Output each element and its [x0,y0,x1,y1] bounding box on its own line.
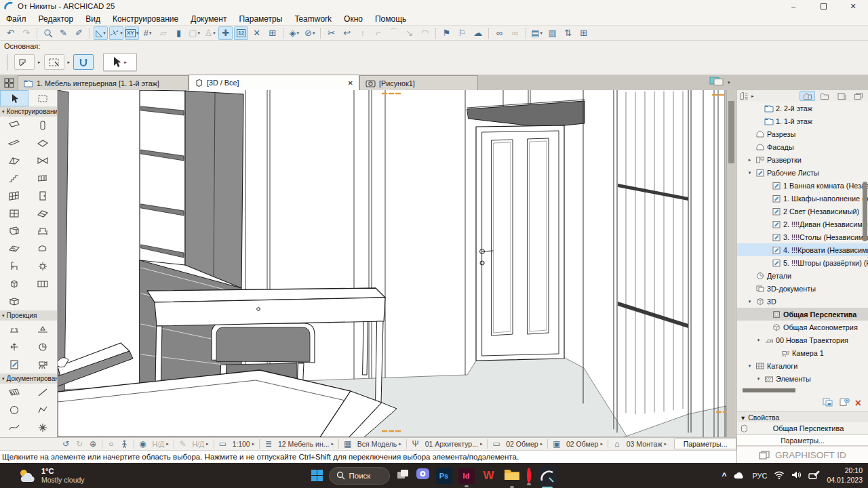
skylight-tool[interactable] [28,205,57,222]
dome-button[interactable]: ◠ [418,26,432,40]
language-indicator[interactable]: РУС [752,472,767,480]
fit-marquee-button[interactable]: ✕ [250,26,264,40]
toolbox-section-design[interactable]: ▾Конструирование [0,106,57,117]
railing-tool[interactable] [28,169,57,187]
fillet-button[interactable]: ⌒ [387,26,401,40]
menu-help[interactable]: Помощь [369,12,412,25]
curtain-wall-tool[interactable] [0,187,28,205]
tree-item-details[interactable]: Детали [737,269,868,282]
close-icon[interactable]: ✕ [838,0,868,12]
taskbar-clock[interactable]: 20:10 04.01.2023 [827,466,863,484]
canvas-vertical-scrollbar[interactable] [726,90,736,437]
menu-design[interactable]: Конструирование [106,12,184,25]
tree-item-worksheet[interactable]: 1 Ванная комната (Независимый [737,179,868,192]
window-tool[interactable] [0,205,28,222]
publisher-button[interactable] [850,91,866,101]
taskbar-opera[interactable] [527,468,531,483]
menu-document[interactable]: Документ [184,12,233,25]
line-tool[interactable] [28,384,57,401]
tree-item-sections[interactable]: Разрезы [737,127,868,140]
find-select-button[interactable] [41,26,55,40]
hotspot-tool[interactable] [28,419,57,436]
tray-chevron-icon[interactable]: ^ [722,471,726,481]
door-tool[interactable] [28,187,57,205]
camera-tool[interactable] [28,356,57,373]
menu-teamwork[interactable]: Teamwork [288,12,338,25]
delete-viewpoint-button[interactable]: × [855,399,861,407]
tree-item-camera-path[interactable]: ▾00 Новая Траектория [737,333,868,346]
copy-settings-button[interactable]: ▥ [545,26,559,40]
element-snap-button[interactable]: ▮ [172,26,186,40]
new-viewpoint-button[interactable] [839,397,850,409]
opening-tool[interactable] [0,222,28,240]
tree-horizontal-scrollbar[interactable] [741,388,864,393]
3d-viewport[interactable] [58,90,736,437]
marquee-tool[interactable] [28,90,57,106]
coordinates-button[interactable]: XY▾ [125,26,139,40]
view-settings-button-panel[interactable]: Параметры... [737,434,868,446]
tree-item-schedules[interactable]: ▾Каталоги [737,359,868,372]
elevate-button[interactable]: ↑ [355,26,370,40]
marquee-options-button[interactable]: ▢▾ [187,26,201,40]
editing-plane-button[interactable]: ◈▾ [287,26,301,40]
model-filter-field[interactable]: Вся Модель▸ [355,440,403,448]
toolbox-section-views[interactable]: ▾Проекция [0,310,57,321]
taskbar-photoshop[interactable]: Ps [436,468,452,484]
arrow-tool-button[interactable]: ▸ [103,53,137,71]
reset-rotation-button[interactable]: ↻ [73,439,85,450]
tree-scrollbar[interactable] [863,182,867,241]
layouts-caret-icon[interactable]: ▾ [728,80,730,85]
toolbar-grip[interactable] [7,54,7,70]
fit-in-window-button[interactable]: ◉ [137,439,149,450]
adjust-button[interactable]: ↩ [340,26,354,40]
tab-floor-plan[interactable]: 1. Мебель интерьерная [1. 1-й этаж] [18,75,189,90]
tree-item-elevations[interactable]: Фасады [737,140,868,153]
start-button[interactable] [311,470,323,481]
quad-view-icon[interactable] [0,75,18,90]
chat-button[interactable] [416,467,430,484]
dimension-style-field[interactable]: 02 Обмер▸ [504,440,545,448]
magnet-button[interactable] [73,54,94,70]
tree-item-elements[interactable]: ▾Элементы [737,372,868,385]
tree-item-worksheets[interactable]: ▾Рабочие Листы [737,166,868,179]
pen-preset-field[interactable]: Н/Д▸ [190,440,210,448]
tree-item-camera[interactable]: Камера 1 [737,346,868,359]
favorites-button[interactable]: ▤▾ [530,26,544,40]
fill-tool[interactable] [0,384,28,401]
weight-button[interactable]: ♙▾ [203,26,217,40]
mesh-tool[interactable] [0,240,28,258]
view-settings-button[interactable]: Параметры... [674,439,736,449]
zoom-in-button[interactable]: ⊕ [87,439,99,450]
grid-snap-button[interactable]: #▾ [140,26,155,40]
tree-item-3d[interactable]: ▾3D [737,295,868,308]
task-view-button[interactable] [396,468,410,483]
spline-tool[interactable] [0,419,28,436]
onedrive-icon[interactable] [733,470,745,482]
orientation-button[interactable]: ⊘▾ [302,26,317,40]
taskbar-archicad[interactable] [537,466,557,486]
section-tool[interactable] [0,321,28,338]
lamp-tool[interactable] [28,258,57,275]
manage-grid-button[interactable]: ⊞ [265,26,279,40]
detail-tool[interactable] [28,338,57,356]
wall-tool[interactable] [0,117,28,134]
elevation-tool[interactable] [28,321,57,338]
menu-window[interactable]: Окно [338,12,369,25]
undo-button[interactable]: ↶ [3,26,18,40]
menu-view[interactable]: Вид [79,12,106,25]
interior-elevation-tool[interactable] [0,338,28,356]
furniture-tool[interactable] [0,258,28,275]
minimize-icon[interactable]: – [778,0,808,12]
duplicate-viewpoint-button[interactable] [822,397,833,409]
layer-combination-field[interactable]: 12 Мебель ин...▸ [276,440,336,448]
pen-tablet-icon[interactable] [808,470,820,482]
toolbox-section-document[interactable]: ▾Документирование [0,373,57,384]
tree-item-axonometry[interactable]: Общая Аксонометрия [737,321,868,333]
survey-point-button[interactable]: ✚ [218,26,233,40]
window-layouts-icon[interactable] [709,76,724,89]
maximize-icon[interactable] [808,0,838,12]
renovation-filter-field[interactable]: 03 Монтаж▸ [625,440,669,448]
slab-tool[interactable] [28,134,57,152]
equipment-tool[interactable] [0,275,28,293]
tree-item-story-1[interactable]: 1. 1-й этаж [737,115,868,127]
